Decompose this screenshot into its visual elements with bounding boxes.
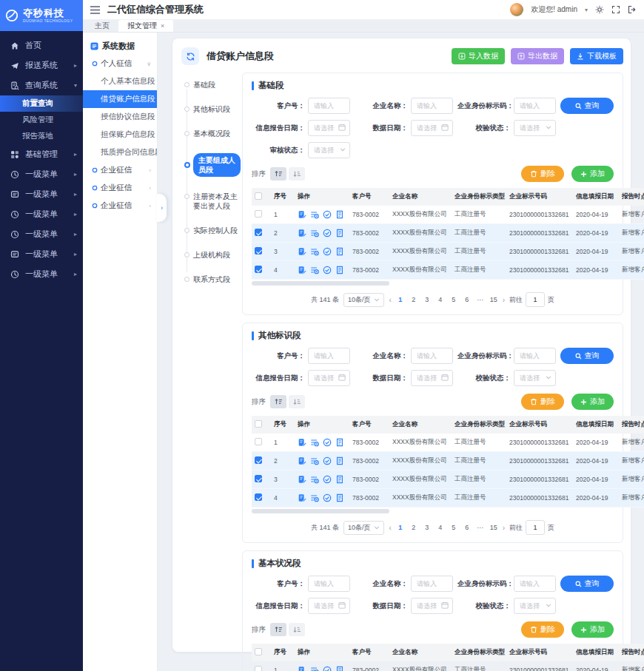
field-input[interactable] bbox=[415, 601, 438, 610]
tab-item[interactable]: 主页 bbox=[86, 20, 118, 32]
tab-active[interactable]: 报文管理× bbox=[118, 20, 173, 32]
user-avatar[interactable] bbox=[510, 3, 523, 16]
approve-icon[interactable] bbox=[323, 266, 332, 274]
table-row[interactable]: 4 783-0002 XXXX股份有限公司 工商注册号 230100000013… bbox=[252, 261, 644, 280]
anchor-item[interactable]: 联系方式段 bbox=[184, 274, 241, 284]
select-input[interactable] bbox=[308, 142, 350, 158]
page-number[interactable]: 3 bbox=[423, 296, 432, 303]
approve-icon[interactable] bbox=[323, 210, 332, 219]
detail-icon[interactable] bbox=[310, 266, 319, 274]
field-input[interactable] bbox=[518, 374, 543, 382]
report-icon[interactable] bbox=[335, 475, 344, 484]
page-number[interactable]: 15 bbox=[489, 296, 498, 303]
report-icon[interactable] bbox=[335, 247, 344, 256]
sidebar-collapse-handle[interactable]: › bbox=[157, 194, 167, 222]
date-picker[interactable] bbox=[411, 370, 453, 386]
edit-file-icon[interactable] bbox=[298, 266, 306, 274]
table-row[interactable]: 2 783-0002 XXXX股份有限公司 工商注册号 230100000013… bbox=[252, 224, 644, 243]
select-input[interactable] bbox=[514, 120, 556, 136]
tree-group[interactable]: 企业征信› bbox=[83, 179, 157, 197]
select-all-checkbox[interactable] bbox=[255, 648, 262, 655]
field-input[interactable] bbox=[415, 374, 438, 382]
sidebar-item[interactable]: 报送系统▸ bbox=[0, 55, 83, 75]
chevron-down-icon[interactable] bbox=[546, 374, 551, 380]
field-input[interactable] bbox=[518, 579, 549, 588]
row-checkbox[interactable] bbox=[255, 493, 262, 501]
page-number[interactable]: 1 bbox=[396, 524, 405, 531]
report-icon[interactable] bbox=[335, 493, 344, 502]
table-row[interactable]: 1 783-0002 XXXX股份有限公司 工商注册号 230100000013… bbox=[252, 206, 644, 224]
table-row[interactable]: 2 783-0002 XXXX股份有限公司 工商注册号 230100000013… bbox=[252, 452, 644, 471]
field-input[interactable] bbox=[415, 579, 446, 588]
edit-file-icon[interactable] bbox=[298, 475, 306, 484]
tree-leaf[interactable]: 借贷账户信息段 bbox=[83, 90, 157, 108]
row-checkbox[interactable] bbox=[255, 438, 262, 445]
close-icon[interactable]: × bbox=[161, 22, 164, 30]
sidebar-item[interactable]: 一级菜单▸ bbox=[0, 244, 83, 264]
anchor-item[interactable]: 基本概况段 bbox=[184, 129, 241, 138]
sidebar-item[interactable]: 一级菜单▸ bbox=[0, 204, 83, 224]
approve-icon[interactable] bbox=[323, 456, 332, 465]
field-input[interactable] bbox=[415, 124, 438, 132]
tree-group[interactable]: 个人征信∨ bbox=[83, 55, 157, 73]
date-picker[interactable] bbox=[411, 598, 453, 614]
select-input[interactable] bbox=[514, 598, 556, 614]
date-picker[interactable] bbox=[308, 370, 350, 386]
sidebar-item[interactable]: 查询系统▾ bbox=[0, 75, 83, 95]
edit-file-icon[interactable] bbox=[298, 493, 306, 502]
field-input[interactable] bbox=[312, 101, 343, 110]
page-number[interactable]: 3 bbox=[423, 524, 432, 531]
anchor-item[interactable]: 上级机构段 bbox=[184, 250, 241, 260]
page-number[interactable]: 5 bbox=[449, 296, 458, 303]
field-input[interactable] bbox=[312, 374, 335, 382]
row-checkbox[interactable] bbox=[255, 666, 262, 671]
page-number[interactable]: 2 bbox=[409, 524, 418, 531]
field-input[interactable] bbox=[518, 601, 543, 610]
anchor-item[interactable]: 其他标识段 bbox=[184, 104, 241, 114]
row-checkbox[interactable] bbox=[255, 229, 262, 236]
query-button[interactable]: 查询 bbox=[560, 576, 614, 592]
page-size-select[interactable]: 10条/页 bbox=[343, 293, 385, 307]
sidebar-item[interactable]: 基础管理▸ bbox=[0, 144, 83, 164]
prev-page-button[interactable]: ‹ bbox=[389, 524, 391, 532]
sidebar-item[interactable]: 一级菜单▸ bbox=[0, 224, 83, 244]
horizontal-scrollbar[interactable] bbox=[252, 509, 614, 513]
select-input[interactable] bbox=[514, 370, 556, 386]
detail-icon[interactable] bbox=[310, 456, 319, 465]
tree-leaf[interactable]: 授信协议信息段 bbox=[83, 108, 157, 126]
delete-button[interactable]: 删除 bbox=[521, 621, 564, 638]
add-button[interactable]: 添加 bbox=[571, 394, 614, 410]
field-input[interactable] bbox=[312, 601, 335, 610]
text-input[interactable] bbox=[308, 98, 350, 114]
edit-file-icon[interactable] bbox=[298, 210, 306, 219]
approve-icon[interactable] bbox=[323, 229, 332, 237]
export-button[interactable]: 导出数据 bbox=[511, 48, 564, 64]
approve-icon[interactable] bbox=[323, 475, 332, 484]
detail-icon[interactable] bbox=[310, 210, 319, 219]
field-input[interactable] bbox=[518, 124, 543, 132]
table-row[interactable]: 4 783-0002 XXXX股份有限公司 工商注册号 230100000013… bbox=[252, 489, 644, 508]
approve-icon[interactable] bbox=[323, 493, 332, 502]
detail-icon[interactable] bbox=[310, 229, 319, 237]
select-all-checkbox[interactable] bbox=[255, 420, 262, 428]
approve-icon[interactable] bbox=[323, 247, 332, 256]
page-number[interactable]: 5 bbox=[449, 524, 458, 531]
table-row[interactable]: 3 783-0002 XXXX股份有限公司 工商注册号 230100000013… bbox=[252, 471, 644, 489]
add-button[interactable]: 添加 bbox=[571, 166, 614, 182]
page-number[interactable]: 4 bbox=[436, 524, 445, 531]
delete-button[interactable]: 删除 bbox=[521, 394, 564, 410]
field-input[interactable] bbox=[312, 146, 337, 155]
row-checkbox[interactable] bbox=[255, 266, 262, 273]
page-number[interactable]: 15 bbox=[489, 524, 498, 531]
row-checkbox[interactable] bbox=[255, 247, 262, 254]
edit-file-icon[interactable] bbox=[298, 247, 306, 256]
text-input[interactable] bbox=[411, 98, 453, 114]
text-input[interactable] bbox=[411, 576, 453, 592]
sidebar-item[interactable]: 一级菜单▸ bbox=[0, 184, 83, 204]
import-button[interactable]: 导入数据 bbox=[452, 48, 505, 64]
horizontal-scrollbar[interactable] bbox=[252, 281, 614, 286]
edit-file-icon[interactable] bbox=[298, 229, 306, 237]
page-size-select[interactable]: 10条/页 bbox=[343, 521, 385, 535]
detail-icon[interactable] bbox=[310, 493, 319, 502]
detail-icon[interactable] bbox=[310, 475, 319, 484]
